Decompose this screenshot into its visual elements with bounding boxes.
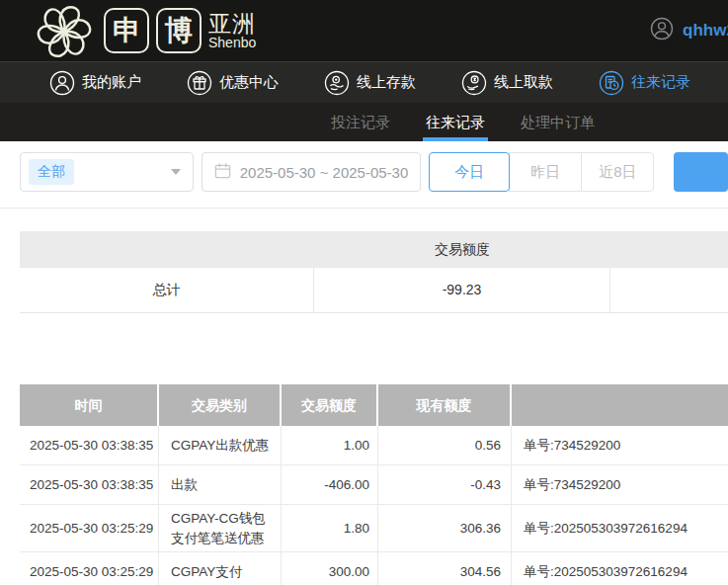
- cell-amount: -406.00: [282, 465, 378, 504]
- summary-total-row: 总计 -99.23: [20, 268, 728, 313]
- nav-label: 我的账户: [82, 73, 141, 92]
- column-header-time: 时间: [20, 384, 159, 426]
- cell-time: 2025-05-30 03:25:29: [20, 552, 159, 585]
- logo-subtitle: Shenbo: [208, 36, 256, 50]
- yesterday-button[interactable]: 昨日: [509, 152, 582, 192]
- cell-balance: -0.43: [378, 465, 512, 504]
- cell-summary: 单号:202505303972616294: [512, 505, 728, 551]
- flower-logo-icon: [32, 0, 97, 68]
- sub-nav: 投注记录 往来记录 处理中订单: [0, 103, 728, 141]
- cell-amount: 1.80: [282, 505, 378, 551]
- cell-balance: 304.56: [378, 552, 512, 585]
- cell-summary: 单号:734529200: [512, 465, 728, 504]
- cell-amount: 1.00: [282, 426, 378, 464]
- cell-time: 2025-05-30 03:38:35: [20, 465, 159, 504]
- cell-summary: 单号:734529200: [512, 426, 728, 464]
- gift-icon: [187, 70, 212, 96]
- tab-transaction-records[interactable]: 往来记录: [426, 103, 485, 141]
- column-header-balance: 现有额度: [378, 384, 512, 426]
- filter-divider: [0, 208, 728, 209]
- column-header-amount: 交易额度: [282, 384, 378, 426]
- site-logo[interactable]: 申 博 亚洲 Shenbo: [32, 0, 256, 61]
- logo-char-bo: 博: [156, 8, 202, 53]
- summary-table: 交易额度 总计 -99.23: [20, 231, 728, 313]
- logo-char-shen: 申: [104, 8, 149, 53]
- table-row: 2025-05-30 03:38:35 CGPAY出款优惠 1.00 0.56 …: [20, 426, 728, 465]
- logo-text: 亚洲 Shenbo: [208, 12, 256, 50]
- cell-type: CGPAY-CG钱包支付笔笔送优惠: [159, 505, 282, 551]
- last-8-days-button[interactable]: 近8日: [581, 152, 654, 192]
- table-row: 2025-05-30 03:25:29 CGPAY支付 300.00 304.5…: [20, 552, 728, 585]
- table-row: 2025-05-30 03:25:29 CGPAY-CG钱包支付笔笔送优惠 1.…: [20, 505, 728, 552]
- username: qhhw2: [683, 21, 728, 41]
- cell-type: 出款: [159, 465, 282, 504]
- filter-row: 全部 2025-05-30 ~ 2025-05-30 今日 昨日 近8日: [20, 152, 728, 192]
- column-header-summary: 摘要: [512, 384, 728, 426]
- nav-label: 往来记录: [631, 73, 690, 92]
- main-nav: 我的账户 优惠中心 线上存款: [0, 61, 728, 103]
- cell-balance: 0.56: [378, 426, 512, 464]
- records-table-header: 时间 交易类别 交易额度 现有额度 摘要: [20, 384, 728, 426]
- user-avatar-icon: [650, 17, 674, 44]
- calendar-icon: [214, 162, 231, 182]
- summary-table-header: 交易额度: [20, 231, 728, 268]
- date-range-value: 2025-05-30 ~ 2025-05-30: [240, 164, 409, 181]
- chevron-down-icon: [171, 169, 181, 175]
- search-button[interactable]: [674, 152, 728, 192]
- user-block[interactable]: qhhw2: [650, 0, 728, 61]
- user-icon: [49, 70, 75, 96]
- type-select[interactable]: 全部: [20, 152, 194, 192]
- cell-balance: 306.36: [378, 505, 512, 551]
- records-table: 时间 交易类别 交易额度 现有额度 摘要 2025-05-30 03:38:35…: [20, 384, 728, 585]
- nav-label: 线上存款: [357, 73, 416, 92]
- nav-item-transaction-records[interactable]: 往来记录: [599, 70, 690, 96]
- cell-amount: 300.00: [282, 552, 378, 585]
- logo-region: 亚洲: [208, 12, 256, 36]
- nav-item-withdraw[interactable]: 线上取款: [461, 70, 553, 96]
- nav-label: 优惠中心: [219, 73, 279, 92]
- tab-pending-orders[interactable]: 处理中订单: [521, 103, 595, 141]
- cell-type: CGPAY支付: [159, 552, 282, 585]
- summary-empty-cell: [610, 268, 728, 312]
- cell-time: 2025-05-30 03:38:35: [20, 426, 159, 464]
- nav-label: 线上取款: [494, 73, 553, 92]
- nav-item-my-account[interactable]: 我的账户: [49, 70, 141, 96]
- summary-total-value: -99.23: [314, 268, 610, 312]
- quick-date-buttons: 今日 昨日 近8日: [429, 152, 654, 192]
- nav-item-deposit[interactable]: 线上存款: [324, 70, 416, 96]
- table-row: 2025-05-30 03:38:35 出款 -406.00 -0.43 单号:…: [20, 465, 728, 505]
- cell-summary: 单号:202505303972616294: [512, 552, 728, 585]
- top-bar: 申 博 亚洲 Shenbo qhhw2: [0, 0, 728, 61]
- cell-time: 2025-05-30 03:25:29: [20, 505, 159, 551]
- date-range-input[interactable]: 2025-05-30 ~ 2025-05-30: [202, 152, 422, 192]
- tab-betting-records[interactable]: 投注记录: [331, 103, 390, 141]
- records-icon: [599, 70, 624, 96]
- summary-amount-header: 交易额度: [314, 231, 610, 268]
- column-header-type: 交易类别: [159, 384, 282, 426]
- deposit-icon: [324, 70, 350, 96]
- cell-type: CGPAY出款优惠: [159, 426, 282, 464]
- nav-item-promotions[interactable]: 优惠中心: [187, 70, 279, 96]
- summary-total-label: 总计: [20, 268, 314, 312]
- withdraw-icon: [461, 70, 487, 96]
- today-button[interactable]: 今日: [429, 152, 510, 192]
- type-select-value: 全部: [29, 159, 74, 185]
